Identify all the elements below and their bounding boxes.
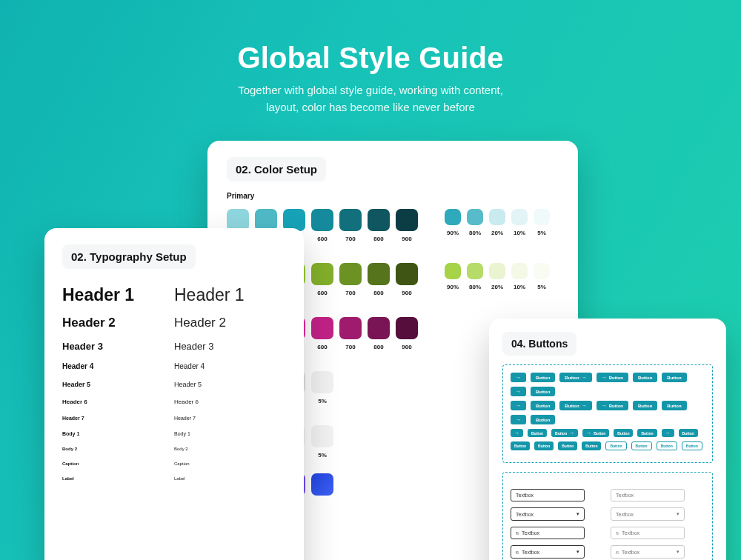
- select-input-icon[interactable]: ⎋Textbox▾: [511, 545, 585, 559]
- swatch-label: 90%: [447, 284, 459, 290]
- button-label: Button: [538, 444, 550, 448]
- swatch-chip: [467, 209, 483, 225]
- button-label: Button: [565, 376, 579, 380]
- typography-row: Header 4Header 4: [62, 362, 286, 370]
- arrow-right-icon: →: [516, 375, 521, 380]
- sample-button[interactable]: Button→: [559, 373, 591, 382]
- sample-button[interactable]: Button: [511, 441, 530, 450]
- swatch-label: 800: [373, 344, 383, 350]
- button-row: →ButtonButton→→ButtonButtonButton→Button: [511, 401, 705, 424]
- swatch-label: 900: [402, 344, 411, 350]
- sample-button[interactable]: Button: [531, 415, 555, 424]
- textbox-label: Textbox: [516, 493, 534, 498]
- typography-row: Header 6Header 6: [62, 399, 286, 405]
- arrow-right-icon: →: [514, 430, 519, 436]
- sample-button[interactable]: Button: [531, 387, 555, 396]
- swatch-label: 800: [373, 290, 383, 296]
- sample-button[interactable]: →Button: [582, 429, 609, 437]
- sample-button[interactable]: Button→: [551, 429, 578, 437]
- swatch-chip: [511, 263, 528, 279]
- swatch-chip: [311, 371, 333, 393]
- sample-button[interactable]: →Button: [597, 401, 628, 410]
- button-label: Button: [536, 404, 550, 408]
- sample-button[interactable]: Button: [531, 401, 555, 410]
- swatch-label: 600: [317, 236, 327, 242]
- typography-row: Header 3Header 3: [62, 341, 286, 352]
- textbox-input[interactable]: Textbox: [511, 489, 585, 501]
- swatch-chip: [396, 209, 418, 231]
- typography-sample-bold: Header 1: [62, 285, 174, 305]
- swatch-chip: [534, 209, 550, 225]
- button-label: Button: [536, 390, 550, 394]
- swatch-label: 5%: [318, 398, 327, 404]
- color-swatch: 800: [368, 263, 390, 296]
- typography-sample-regular: Header 7: [174, 416, 286, 421]
- color-swatch: 20%: [489, 263, 505, 296]
- swatch-chip: [467, 263, 483, 279]
- sample-button[interactable]: Button: [558, 441, 577, 450]
- sample-button-outline[interactable]: Button: [657, 441, 677, 450]
- color-swatch: 600: [311, 263, 333, 296]
- sample-button[interactable]: →: [511, 415, 526, 424]
- swatch-label: 80%: [469, 230, 481, 236]
- sample-button[interactable]: Button: [582, 441, 601, 450]
- color-swatch: 10%: [511, 209, 528, 242]
- sample-button[interactable]: Button→: [559, 401, 591, 410]
- sample-button[interactable]: Button: [679, 429, 698, 437]
- color-swatch: 5%: [311, 371, 333, 404]
- sample-button[interactable]: →: [511, 429, 523, 437]
- color-swatch: 90%: [445, 263, 461, 296]
- button-label: Button: [609, 404, 623, 408]
- textbox-label: Textbox: [522, 550, 539, 555]
- sample-button[interactable]: →: [662, 429, 674, 437]
- swatch-chip: [368, 209, 390, 231]
- typography-sample-regular: Header 6: [174, 399, 286, 405]
- user-icon: ⎋: [516, 550, 519, 555]
- sample-button[interactable]: →: [511, 401, 526, 410]
- sample-button[interactable]: →Button: [597, 373, 628, 382]
- sample-button[interactable]: Button: [528, 429, 547, 437]
- sample-button[interactable]: Button: [614, 429, 633, 437]
- sample-button[interactable]: Button: [637, 429, 657, 437]
- typography-sample-regular: Header 1: [174, 285, 286, 305]
- textbox-input[interactable]: Textbox: [611, 489, 685, 501]
- typography-sample-bold: Header 5: [62, 381, 174, 388]
- swatch-chip: [311, 473, 333, 496]
- select-input[interactable]: Textbox▾: [511, 507, 585, 521]
- sample-button[interactable]: Button: [662, 401, 686, 410]
- sample-button[interactable]: →: [511, 373, 526, 382]
- color-swatch: 600: [311, 317, 333, 350]
- button-row: →ButtonButton→→ButtonButtonButton→Button: [511, 373, 705, 396]
- swatch-label: 900: [402, 290, 411, 296]
- arrow-right-icon: →: [665, 430, 671, 436]
- button-label: Button: [641, 431, 653, 436]
- panel-typography-setup: 02. Typography Setup Header 1Header 1Hea…: [44, 228, 304, 560]
- select-input-icon[interactable]: ⎋Textbox▾: [611, 545, 685, 559]
- typography-sample-regular: Header 4: [174, 362, 286, 370]
- sample-button[interactable]: Button: [633, 373, 657, 382]
- button-label: Button: [536, 376, 550, 380]
- button-row: ButtonButtonButtonButtonButtonButtonButt…: [511, 441, 705, 450]
- sample-button-outline[interactable]: Button: [605, 441, 626, 450]
- typography-sample-bold: Label: [62, 476, 174, 481]
- sample-button[interactable]: →: [511, 387, 526, 396]
- button-label: Button: [610, 444, 622, 448]
- swatch-chip: [489, 209, 505, 225]
- button-label: Button: [667, 404, 681, 408]
- select-input[interactable]: Textbox▾: [611, 507, 685, 521]
- sample-button-outline[interactable]: Button: [631, 441, 652, 450]
- textbox-input-icon[interactable]: ⎋Textbox: [611, 527, 685, 539]
- arrow-right-icon: →: [582, 403, 587, 408]
- button-label: Button: [609, 376, 623, 380]
- sample-button[interactable]: Button: [633, 401, 657, 410]
- sample-button[interactable]: Button: [531, 373, 555, 382]
- sample-button-outline[interactable]: Button: [682, 441, 702, 450]
- sample-button[interactable]: Button: [534, 441, 554, 450]
- swatch-label: 20%: [491, 230, 503, 236]
- sample-button[interactable]: Button: [662, 373, 686, 382]
- button-row: →ButtonButton→→ButtonButtonButton→Button: [511, 429, 705, 437]
- textbox-input-icon[interactable]: ⎋Textbox: [511, 527, 585, 539]
- typography-sample-regular: Body 1: [174, 431, 286, 436]
- typography-sample-bold: Header 3: [62, 341, 174, 352]
- arrow-right-icon: →: [586, 430, 591, 436]
